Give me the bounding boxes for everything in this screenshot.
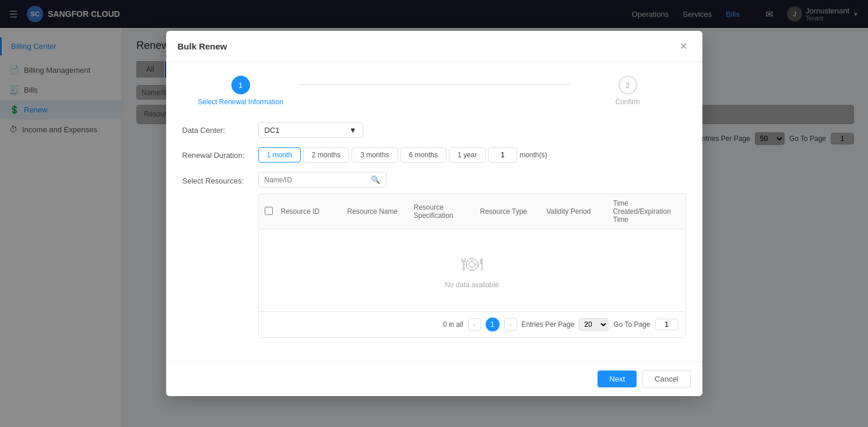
data-center-select[interactable]: DC1 ▼ [258,122,363,138]
data-center-row: Data Center: DC1 ▼ [182,122,686,138]
data-center-label: Data Center: [182,126,258,135]
col-resource-spec: Resource Specification [414,203,480,220]
duration-1month[interactable]: 1 month [258,147,301,163]
step1-circle: 1 [231,76,250,94]
select-arrow-icon: ▼ [349,126,357,135]
modal-header: Bulk Renew ✕ [166,31,702,62]
duration-group: 1 month 2 months 3 months 6 months 1 yea… [258,147,686,163]
col-time-created: Time Created/Expiration Time [613,199,680,224]
resources-search-input[interactable] [265,176,371,184]
duration-unit: month(s) [519,151,547,159]
no-data-text: No data available [445,281,499,289]
cancel-button[interactable]: Cancel [642,370,690,388]
entries-per-page-label: Entries Per Page [522,320,575,329]
res-go-to-page-input[interactable] [655,319,679,330]
modal-close-button[interactable]: ✕ [677,39,691,53]
step2-label: Confirm [615,98,639,106]
step2-circle: 2 [619,76,637,94]
res-entries-per-page[interactable]: 20 50 100 [579,318,609,331]
stepper-step2: 2 Confirm [570,76,686,106]
duration-2months[interactable]: 2 months [303,147,349,163]
resources-table: Resource ID Resource Name Resource Speci… [258,193,686,338]
col-resource-name: Resource Name [347,207,414,216]
step1-label: Select Renewal Information [198,98,283,106]
modal-title: Bulk Renew [178,41,227,51]
data-center-value: DC1 [265,126,280,135]
resources-search-icon: 🔍 [371,175,380,184]
resources-table-header: Resource ID Resource Name Resource Speci… [259,194,686,230]
duration-control: 1 month 2 months 3 months 6 months 1 yea… [258,147,686,163]
modal-body: 1 Select Renewal Information 2 Confirm D… [166,62,702,361]
select-all-checkbox[interactable] [265,207,273,215]
duration-6months[interactable]: 6 months [400,147,447,163]
custom-duration: month(s) [488,147,547,163]
res-next-page[interactable]: › [504,318,517,331]
modal-footer: Next Cancel [166,361,702,396]
duration-1year[interactable]: 1 year [449,147,486,163]
select-resources-row: Select Resources: 🔍 Resource ID [182,172,686,338]
data-center-control: DC1 ▼ [258,122,686,138]
renewal-duration-label: Renewal Duration: [182,151,258,160]
col-resource-id: Resource ID [281,207,347,216]
modal-overlay: Bulk Renew ✕ 1 Select Renewal Informatio… [0,0,868,427]
res-prev-page[interactable]: ‹ [468,318,481,331]
go-to-page-label: Go To Page [613,320,650,329]
col-resource-type: Resource Type [480,207,547,216]
no-data-icon: 🍽 [462,252,483,276]
renewal-duration-row: Renewal Duration: 1 month 2 months 3 mon… [182,147,686,163]
res-count: 0 in all [443,320,463,329]
stepper-step1: 1 Select Renewal Information [182,76,299,106]
resources-table-body: 🍽 No data available [259,230,686,311]
select-all-checkbox-wrap [265,207,281,217]
stepper: 1 Select Renewal Information 2 Confirm [182,76,686,106]
next-button[interactable]: Next [598,370,637,387]
select-resources-label: Select Resources: [182,177,258,185]
resources-pagination: 0 in all ‹ 1 › Entries Per Page 20 50 10… [259,311,686,337]
res-current-page: 1 [486,317,500,331]
duration-3months[interactable]: 3 months [352,147,398,163]
custom-duration-input[interactable] [488,147,517,163]
col-validity: Validity Period [547,207,613,216]
stepper-line [299,84,570,85]
bulk-renew-modal: Bulk Renew ✕ 1 Select Renewal Informatio… [166,31,702,396]
resources-control: 🔍 Resource ID Resource Name Resource Spe… [258,172,686,338]
resources-search-wrap: 🔍 [258,172,386,188]
